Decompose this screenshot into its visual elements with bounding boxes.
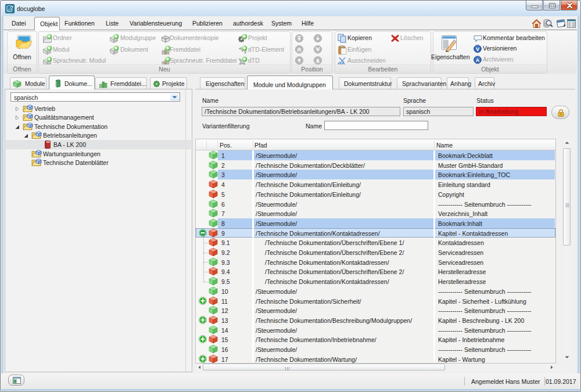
svg-text:A: A xyxy=(476,57,480,63)
svg-text:V: V xyxy=(476,46,479,52)
